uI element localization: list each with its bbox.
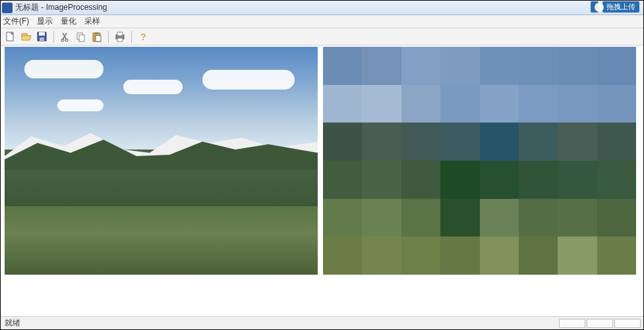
svg-rect-1: [22, 34, 27, 36]
open-file-icon[interactable]: [20, 31, 32, 43]
pixel-cell: [440, 161, 479, 199]
pixel-cell: [480, 85, 519, 123]
svg-text:?: ?: [140, 32, 146, 42]
pixel-cell: [519, 161, 558, 199]
menu-sample[interactable]: 采样: [84, 16, 100, 27]
cloud-icon: [595, 3, 604, 12]
pixel-cell: [362, 161, 401, 199]
pixel-cell: [480, 47, 519, 85]
pixel-cell: [401, 236, 440, 275]
app-icon: [2, 3, 13, 13]
pixel-cell: [440, 85, 479, 123]
status-pane: [587, 319, 613, 328]
pixel-cell: [362, 85, 401, 123]
pixel-cell: [440, 199, 479, 237]
toolbar-separator: [108, 31, 109, 43]
paste-icon[interactable]: [91, 31, 103, 43]
pixel-cell: [440, 123, 479, 161]
pixel-cell: [597, 161, 636, 199]
status-pane: [559, 319, 585, 328]
statusbar: 就绪: [1, 316, 643, 329]
pixel-cell: [597, 236, 636, 275]
pixel-cell: [401, 161, 440, 199]
pixel-cell: [480, 123, 519, 161]
pixel-cell: [401, 47, 440, 85]
original-image: [5, 47, 318, 275]
svg-rect-10: [95, 32, 98, 34]
pixel-cell: [362, 47, 401, 85]
pixel-cell: [440, 47, 479, 85]
svg-rect-4: [40, 38, 44, 41]
svg-rect-8: [79, 35, 84, 41]
svg-rect-13: [117, 32, 123, 36]
pixel-cell: [480, 161, 519, 199]
pixel-cell: [558, 161, 597, 199]
menu-quantize[interactable]: 量化: [61, 16, 76, 27]
copy-icon[interactable]: [75, 31, 87, 43]
cloud-upload-button[interactable]: [591, 1, 599, 13]
pixel-cell: [558, 123, 597, 161]
window-title: 无标题 - ImageProcessing: [15, 2, 642, 13]
menu-display[interactable]: 显示: [37, 16, 53, 27]
pixel-cell: [323, 236, 362, 275]
pixel-grid: [323, 47, 636, 275]
pixel-cell: [401, 123, 440, 161]
new-file-icon[interactable]: [5, 31, 16, 43]
svg-rect-3: [39, 32, 45, 36]
svg-rect-14: [117, 38, 123, 41]
status-pane: [614, 319, 641, 328]
pixel-cell: [362, 236, 401, 275]
pixel-cell: [323, 85, 362, 123]
pixel-cell: [519, 123, 558, 161]
pixel-cell: [558, 199, 597, 237]
cut-icon[interactable]: [59, 31, 71, 43]
drag-upload-button[interactable]: 拖拽上传: [602, 1, 639, 13]
pixel-cell: [597, 123, 636, 161]
pixel-cell: [323, 47, 362, 85]
pixel-cell: [480, 236, 519, 275]
pixel-cell: [558, 85, 597, 123]
toolbar: ?: [1, 28, 643, 45]
toolbar-separator: [53, 31, 54, 43]
help-icon[interactable]: ?: [137, 31, 149, 43]
pixel-cell: [558, 236, 597, 275]
pixel-cell: [323, 199, 362, 237]
pixel-cell: [362, 123, 401, 161]
pixel-cell: [401, 85, 440, 123]
content-area: http://blog.csdn.net/eastmount/article/d…: [1, 45, 643, 315]
pixel-cell: [519, 85, 558, 123]
pixel-cell: [480, 199, 519, 237]
pixel-cell: [401, 199, 440, 237]
pixel-cell: [519, 236, 558, 275]
pixel-cell: [323, 123, 362, 161]
pixel-cell: [519, 47, 558, 85]
status-text: 就绪: [5, 317, 20, 329]
pixel-cell: [597, 47, 636, 85]
pixel-cell: [323, 161, 362, 199]
menubar: 文件(F) 显示 量化 采样: [1, 15, 643, 28]
svg-rect-11: [96, 36, 101, 41]
titlebar: 无标题 - ImageProcessing 拖拽上传: [1, 1, 643, 15]
menu-file[interactable]: 文件(F): [3, 16, 29, 27]
toolbar-separator: [131, 31, 132, 43]
pixel-cell: [440, 236, 479, 275]
print-icon[interactable]: [114, 31, 126, 43]
pixel-cell: [597, 85, 636, 123]
pixel-cell: [362, 199, 401, 237]
pixel-cell: [519, 199, 558, 237]
pixel-cell: [597, 199, 636, 237]
save-icon[interactable]: [36, 31, 48, 43]
processed-image: [323, 47, 636, 275]
pixel-cell: [558, 47, 597, 85]
